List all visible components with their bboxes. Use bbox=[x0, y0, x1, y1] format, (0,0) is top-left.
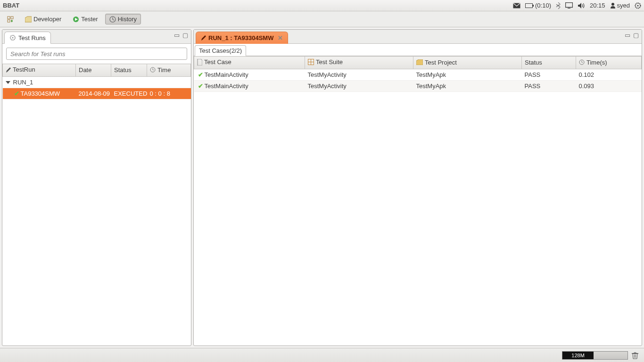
svg-rect-10 bbox=[8, 20, 10, 22]
col-time[interactable]: Time bbox=[147, 64, 191, 77]
folder-icon bbox=[416, 59, 423, 65]
left-pane: Test Runs ▭ ▢ TestRun Date Status Time bbox=[2, 29, 191, 346]
app-title: BBAT bbox=[3, 2, 19, 9]
user-menu[interactable]: syed bbox=[610, 2, 630, 9]
volume-icon[interactable] bbox=[578, 2, 585, 9]
perspective-developer[interactable]: Developer bbox=[21, 14, 66, 25]
test-cases-table: Test Case Test Suite Test Project Status… bbox=[194, 56, 642, 92]
perspective-history[interactable]: History bbox=[105, 14, 141, 25]
clock-icon bbox=[150, 67, 156, 73]
battery-text: (0:10) bbox=[535, 2, 551, 9]
editor-sub-tabs: Test Cases(2/2) bbox=[194, 44, 642, 56]
menubar: BBAT (0:10) 20:15 syed bbox=[0, 0, 644, 11]
pencil-icon bbox=[201, 34, 206, 41]
svg-rect-8 bbox=[8, 16, 10, 19]
tab-test-runs[interactable]: Test Runs bbox=[4, 32, 51, 44]
perspective-open-icon[interactable] bbox=[3, 14, 18, 25]
username: syed bbox=[617, 2, 630, 9]
heap-bar: 128M bbox=[562, 351, 628, 360]
run-date: 2014-08-09 bbox=[76, 88, 111, 99]
svg-rect-9 bbox=[11, 16, 13, 19]
device-id: TA93304SMW bbox=[21, 90, 60, 97]
col-status[interactable]: Status bbox=[522, 57, 576, 69]
svg-point-7 bbox=[637, 5, 639, 6]
check-icon: ✔ bbox=[198, 71, 205, 78]
right-view-tabs: RUN_1 : TA93304SMW ✕ ▭ ▢ bbox=[194, 30, 642, 44]
test-runs-view: Test Runs ▭ ▢ TestRun Date Status Time bbox=[2, 29, 191, 346]
perspective-tester[interactable]: Tester bbox=[68, 14, 102, 25]
check-icon: ✔ bbox=[14, 90, 21, 97]
heap-used: 128M bbox=[562, 352, 594, 359]
clock-icon bbox=[579, 59, 585, 65]
run-time: 0 : 0 : 8 bbox=[147, 88, 191, 99]
trash-icon[interactable] bbox=[632, 352, 638, 359]
col-testproject[interactable]: Test Project bbox=[413, 57, 522, 69]
minimize-icon[interactable]: ▭ bbox=[174, 32, 180, 39]
svg-rect-1 bbox=[526, 3, 533, 8]
workspace: Test Runs ▭ ▢ TestRun Date Status Time bbox=[0, 27, 644, 348]
subtab-test-cases[interactable]: Test Cases(2/2) bbox=[195, 45, 246, 56]
svg-rect-3 bbox=[565, 3, 572, 8]
perspective-label: Tester bbox=[81, 16, 98, 23]
status-bar: 128M bbox=[0, 348, 644, 362]
display-icon[interactable] bbox=[565, 2, 573, 8]
close-icon[interactable]: ✕ bbox=[278, 34, 283, 41]
run-status: EXECUTED bbox=[111, 88, 147, 99]
grid-icon bbox=[308, 59, 314, 65]
bluetooth-icon[interactable] bbox=[556, 2, 561, 9]
clock[interactable]: 20:15 bbox=[590, 2, 605, 9]
mail-icon[interactable] bbox=[513, 3, 520, 8]
svg-point-14 bbox=[12, 37, 14, 39]
search-row bbox=[2, 44, 191, 64]
tree-child-row[interactable]: ✔TA93304SMW 2014-08-09 EXECUTED 0 : 0 : … bbox=[3, 88, 191, 99]
pencil-icon bbox=[6, 66, 11, 73]
run-detail-view: RUN_1 : TA93304SMW ✕ ▭ ▢ Test Cases(2/2)… bbox=[193, 29, 642, 346]
system-tray: (0:10) 20:15 syed bbox=[513, 2, 641, 9]
right-pane: RUN_1 : TA93304SMW ✕ ▭ ▢ Test Cases(2/2)… bbox=[193, 29, 642, 346]
minimize-icon[interactable]: ▭ bbox=[625, 32, 630, 39]
perspective-label: Developer bbox=[33, 16, 61, 23]
svg-rect-2 bbox=[533, 5, 534, 7]
col-testsuite[interactable]: Test Suite bbox=[305, 57, 413, 69]
maximize-icon[interactable]: ▢ bbox=[182, 32, 188, 39]
tab-label: Test Runs bbox=[18, 34, 46, 41]
search-input[interactable] bbox=[6, 48, 187, 60]
col-testrun[interactable]: TestRun bbox=[3, 64, 76, 77]
left-view-tabs: Test Runs ▭ ▢ bbox=[2, 30, 191, 44]
perspective-toolbar: Developer Tester History bbox=[0, 11, 644, 27]
perspective-label: History bbox=[118, 16, 137, 23]
svg-point-5 bbox=[611, 3, 614, 6]
tab-label: RUN_1 : TA93304SMW bbox=[208, 34, 273, 41]
col-date[interactable]: Date bbox=[76, 64, 111, 77]
gear-icon[interactable] bbox=[635, 2, 641, 9]
col-status[interactable]: Status bbox=[111, 64, 147, 77]
check-icon: ✔ bbox=[198, 82, 205, 90]
battery-indicator[interactable]: (0:10) bbox=[525, 2, 551, 9]
tree-parent-row[interactable]: RUN_1 bbox=[3, 76, 191, 88]
col-time[interactable]: Time(s) bbox=[576, 57, 642, 69]
col-testcase[interactable]: Test Case bbox=[194, 57, 305, 69]
test-runs-table: TestRun Date Status Time RUN_1 ✔TA93304 bbox=[2, 64, 191, 99]
chevron-down-icon[interactable] bbox=[6, 81, 10, 84]
run-name: RUN_1 bbox=[13, 79, 33, 86]
gear-icon bbox=[9, 34, 16, 41]
tab-run-detail[interactable]: RUN_1 : TA93304SMW ✕ bbox=[196, 32, 288, 44]
table-row[interactable]: ✔TestMainActivity TestMyActivity TestMyA… bbox=[194, 80, 642, 91]
document-icon bbox=[197, 59, 202, 66]
table-row[interactable]: ✔TestMainActivity TestMyActivity TestMyA… bbox=[194, 69, 642, 80]
heap-indicator[interactable]: 128M bbox=[562, 351, 638, 360]
maximize-icon[interactable]: ▢ bbox=[633, 32, 639, 39]
